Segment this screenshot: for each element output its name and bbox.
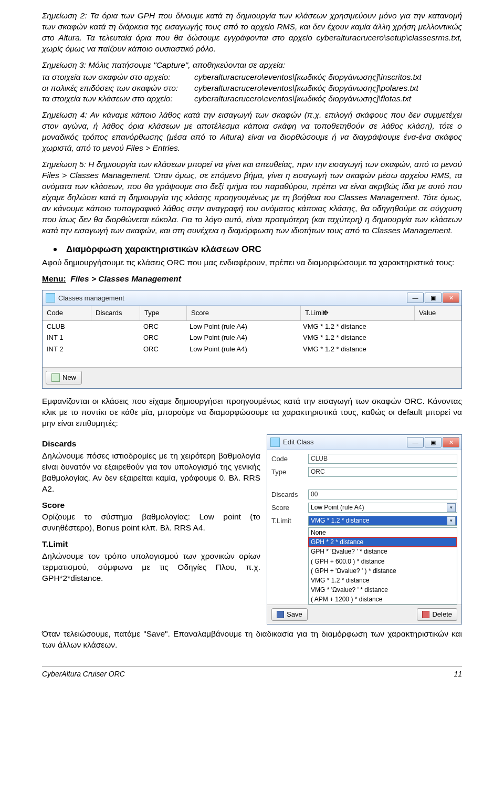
table-row[interactable]: CLUBORCLow Point (rule A4)VMG * 1.2 * di… <box>43 321 461 332</box>
tlimit-select[interactable]: VMG * 1.2 * distance▾ <box>308 516 457 526</box>
table-rows: CLUBORCLow Point (rule A4)VMG * 1.2 * di… <box>43 321 461 355</box>
window-titlebar: Classes management — ▣ ✕ <box>43 290 461 306</box>
note-4: Σημείωση 4: Αν κάναμε κάποιο λάθος κατά … <box>42 110 462 154</box>
chevron-down-icon: ▾ <box>447 503 456 512</box>
table-row[interactable]: INT 1ORCLow Point (rule A4)VMG * 1.2 * d… <box>43 332 461 343</box>
new-button[interactable]: New <box>46 371 82 384</box>
delete-button[interactable]: Delete <box>417 608 457 621</box>
dropdown-option[interactable]: None <box>309 528 457 537</box>
file-path-row: τα στοιχεία των κλάσεων στο αρχείο:cyber… <box>42 93 462 105</box>
editwin-titlebar: Edit Class — ▣ ✕ <box>267 435 461 450</box>
maximize-button[interactable]: ▣ <box>425 437 442 447</box>
chevron-down-icon: ▾ <box>447 516 456 525</box>
app-icon <box>270 438 280 447</box>
dropdown-option[interactable]: VMG * 1.2 * distance <box>309 576 457 585</box>
section-heading: Διαμόρφωση χαρακτηριστικών κλάσεων ORC <box>42 244 462 256</box>
dropdown-option[interactable]: GPH * 2 * distance <box>309 537 457 547</box>
save-icon <box>277 611 284 618</box>
intro-text: Αφού δημιουργήσουμε τις κλάσεις ORC που … <box>42 257 462 268</box>
note-2: Σημείωση 2: Τα όρια των GPH που δίνουμε … <box>42 11 462 55</box>
discards-form-label: Discards <box>271 490 308 499</box>
dropdown-option[interactable]: ( APM + 1200 ) * distance <box>309 595 457 604</box>
discards-text: Δηλώνουμε πόσες ιστιοδρομίες με τη χειρό… <box>42 451 260 495</box>
score-text: Ορίζουμε το σύστημα βαθμολογίας: Low poi… <box>42 512 260 534</box>
code-input[interactable] <box>308 454 457 464</box>
score-form-label: Score <box>271 503 308 513</box>
dropdown-option[interactable]: VMG * 'Ωvalue? ' * distance <box>309 585 457 595</box>
page-footer: CyberAltura Cruiser ORC 11 <box>42 667 462 679</box>
score-label: Score <box>42 500 260 511</box>
tlimit-form-label: T.Limit <box>271 516 308 526</box>
score-select[interactable]: Low Point (rule A4)▾ <box>308 503 457 513</box>
window-toolbar: New <box>43 367 461 388</box>
delete-icon <box>422 611 429 618</box>
app-icon <box>46 293 55 303</box>
dropdown-option[interactable]: GPH * 'Ωvalue? ' * distance <box>309 547 457 556</box>
window-title: Classes management <box>58 294 124 303</box>
cursor-icon: ✥ <box>323 309 329 317</box>
type-input[interactable] <box>308 467 457 477</box>
code-label: Code <box>271 454 308 464</box>
tlimit-label: T.Limit <box>42 539 260 550</box>
save-button[interactable]: Save <box>271 608 308 621</box>
edit-class-window: Edit Class — ▣ ✕ Code Type Discards Scor… <box>267 434 462 624</box>
bullet-icon <box>54 248 57 251</box>
explain-text: Εμφανίζονται οι κλάσεις που είχαμε δημιο… <box>42 396 462 429</box>
discards-input[interactable] <box>308 490 457 499</box>
tlimit-dropdown[interactable]: NoneGPH * 2 * distanceGPH * 'Ωvalue? ' *… <box>308 527 457 605</box>
file-path-row: τα στοιχεία των σκαφών στο αρχείο:cybera… <box>42 72 462 83</box>
type-label: Type <box>271 467 308 477</box>
classes-management-window: Classes management — ▣ ✕ Code Discards T… <box>42 290 462 389</box>
dropdown-option[interactable]: ( GPH + 'Ωvalue? ' ) * distance <box>309 566 457 576</box>
menu-path: Menu: Files > Classes Management <box>42 274 462 285</box>
maximize-button[interactable]: ▣ <box>425 293 442 303</box>
table-header: Code Discards Type Score T.Limit✥ Value <box>43 306 461 321</box>
editwin-title: Edit Class <box>283 438 314 447</box>
file-path-row: οι πολικές επιδόσεις των σκαφών στο:cybe… <box>42 83 462 94</box>
closing-text: Όταν τελειώσουμε, πατάμε "Save". Επαναλα… <box>42 629 462 651</box>
dropdown-option[interactable]: ( GPH + 600.0 ) * distance <box>309 557 457 566</box>
minimize-button[interactable]: — <box>407 293 424 303</box>
discards-label: Discards <box>42 439 260 450</box>
minimize-button[interactable]: — <box>407 437 424 447</box>
new-icon <box>51 373 60 382</box>
table-row[interactable]: INT 2ORCLow Point (rule A4)VMG * 1.2 * d… <box>43 343 461 355</box>
note-5: Σημείωση 5: Η δημιουργία των κλάσεων μπο… <box>42 159 462 236</box>
tlimit-text: Δηλώνουμε τον τρόπο υπολογισμού των χρον… <box>42 551 260 584</box>
close-button[interactable]: ✕ <box>443 437 459 447</box>
note-3-intro: Σημείωση 3: Μόλις πατήσουμε "Capture", α… <box>42 60 462 71</box>
close-button[interactable]: ✕ <box>443 293 459 303</box>
